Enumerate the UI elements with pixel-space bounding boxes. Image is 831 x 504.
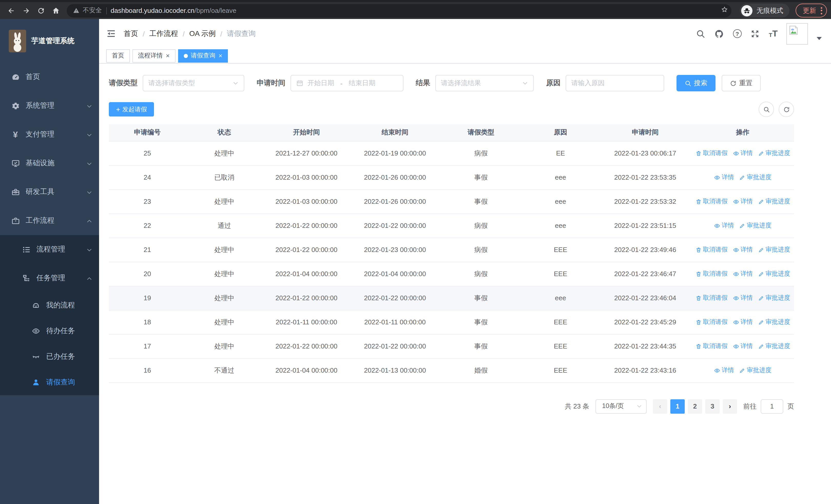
breadcrumb: 首页 / 工作流程 / OA 示例 / 请假查询 [124, 29, 256, 38]
cancel-leave-link[interactable]: 取消请假 [695, 318, 727, 326]
fullscreen-icon[interactable] [750, 29, 760, 38]
cancel-leave-link[interactable]: 取消请假 [695, 342, 727, 351]
date-range-picker[interactable]: 开始日期 - 结束日期 [290, 75, 403, 91]
chevron-down-icon [86, 189, 92, 195]
approval-progress-link[interactable]: 审批进度 [739, 366, 771, 375]
eye-icon [714, 367, 720, 374]
tab-leave-query[interactable]: 请假查询 × [178, 49, 228, 62]
reset-button[interactable]: 重置 [722, 75, 761, 91]
chevron-down-icon [86, 246, 92, 253]
detail-link[interactable]: 详情 [714, 366, 734, 375]
leave-type-select[interactable]: 请选择请假类型 [143, 75, 244, 91]
approval-progress-link[interactable]: 审批进度 [758, 149, 790, 157]
breadcrumb-item[interactable]: 首页 [124, 29, 138, 38]
reload-icon[interactable] [34, 4, 48, 18]
sidebar-item-home[interactable]: 首页 [0, 63, 99, 91]
page-size-select[interactable]: 10条/页 [595, 399, 647, 413]
cancel-leave-link[interactable]: 取消请假 [695, 149, 727, 157]
sidebar-item-infrastructure[interactable]: 基础设施 [0, 149, 99, 178]
detail-link[interactable]: 详情 [733, 149, 753, 157]
bookmark-star-icon[interactable] [721, 6, 728, 16]
date-start-input[interactable]: 开始日期 [308, 79, 334, 88]
goto-unit-label: 页 [787, 402, 794, 411]
close-icon[interactable]: × [166, 52, 170, 59]
date-end-input[interactable]: 结束日期 [349, 79, 375, 88]
approval-progress-link[interactable]: 审批进度 [758, 197, 790, 206]
chevron-down-icon [232, 80, 239, 86]
search-icon[interactable] [696, 29, 706, 38]
help-icon[interactable]: ? [733, 29, 742, 38]
sidebar-item-process-mgmt[interactable]: 流程管理 [0, 235, 99, 264]
sidebar-item-done-tasks[interactable]: 已办任务 [0, 344, 99, 369]
detail-link[interactable]: 详情 [733, 294, 753, 302]
search-button[interactable]: 搜索 [677, 75, 716, 91]
trash-icon [695, 150, 701, 156]
prev-page-button[interactable]: ‹ [653, 399, 667, 413]
detail-link[interactable]: 详情 [733, 197, 753, 206]
home-icon[interactable] [49, 4, 63, 18]
approval-progress-link[interactable]: 审批进度 [739, 173, 771, 182]
cancel-leave-link[interactable]: 取消请假 [695, 269, 727, 278]
sidebar-item-workflow[interactable]: 工作流程 [0, 206, 99, 235]
browser-menu-icon[interactable] [821, 7, 822, 14]
detail-link[interactable]: 详情 [714, 221, 734, 230]
detail-link[interactable]: 详情 [733, 318, 753, 326]
result-select[interactable]: 请选择流结果 [435, 75, 534, 91]
sidebar-item-leave-query[interactable]: 请假查询 [0, 369, 99, 395]
goto-page-input[interactable] [761, 399, 783, 413]
tab-process-detail[interactable]: 流程详情 × [133, 49, 175, 62]
security-chip[interactable]: 不安全 [73, 6, 102, 15]
sidebar-collapse-icon[interactable] [106, 29, 116, 38]
url-bar[interactable]: 不安全 dashboard.yudao.iocoder.cn/bpm/oa/le… [67, 4, 732, 17]
github-icon[interactable] [715, 29, 724, 38]
sidebar-item-dev-tools[interactable]: 研发工具 [0, 178, 99, 206]
sidebar-item-my-process[interactable]: 我的流程 [0, 293, 99, 318]
pen-icon [758, 319, 764, 325]
detail-link[interactable]: 详情 [733, 269, 753, 278]
sidebar-item-todo-tasks[interactable]: 待办任务 [0, 318, 99, 344]
cancel-leave-link[interactable]: 取消请假 [695, 197, 727, 206]
sidebar-item-label: 待办任务 [46, 326, 75, 336]
reason-input[interactable]: 请输入原因 [566, 75, 664, 91]
refresh-table-button[interactable] [779, 101, 794, 117]
forward-icon[interactable] [19, 4, 33, 18]
back-icon[interactable] [4, 4, 18, 18]
detail-link[interactable]: 详情 [733, 342, 753, 351]
screen: 不安全 dashboard.yudao.iocoder.cn/bpm/oa/le… [0, 0, 831, 504]
table-row: 19处理中2022-01-22 00:00:002022-01-22 00:00… [109, 286, 794, 310]
breadcrumb-item[interactable]: OA 示例 [190, 29, 216, 38]
next-page-button[interactable]: › [723, 399, 737, 413]
update-label: 更新 [803, 6, 816, 15]
breadcrumb-separator: / [143, 30, 145, 38]
detail-link[interactable]: 详情 [733, 245, 753, 254]
approval-progress-link[interactable]: 审批进度 [758, 294, 790, 302]
approval-progress-link[interactable]: 审批进度 [739, 221, 771, 230]
col-end-time: 结束时间 [350, 124, 440, 141]
font-size-icon[interactable]: TT [769, 29, 778, 38]
cancel-leave-link[interactable]: 取消请假 [695, 245, 727, 254]
sidebar-item-payment[interactable]: ¥ 支付管理 [0, 120, 99, 149]
caret-down-icon[interactable] [816, 37, 822, 40]
close-icon[interactable]: × [219, 52, 222, 59]
avatar[interactable] [786, 23, 808, 45]
app-logo-row: 芋道管理系统 [0, 19, 99, 63]
page-button-2[interactable]: 2 [688, 399, 702, 413]
plus-icon: + [116, 106, 120, 113]
sidebar-item-task-mgmt[interactable]: 任务管理 [0, 264, 99, 293]
show-search-button[interactable] [758, 101, 774, 117]
breadcrumb-item[interactable]: 工作流程 [149, 29, 178, 38]
sidebar-item-system[interactable]: 系统管理 [0, 91, 99, 120]
approval-progress-link[interactable]: 审批进度 [758, 245, 790, 254]
approval-progress-link[interactable]: 审批进度 [758, 269, 790, 278]
approval-progress-link[interactable]: 审批进度 [758, 342, 790, 351]
detail-link[interactable]: 详情 [714, 173, 734, 182]
page-button-3[interactable]: 3 [705, 399, 720, 413]
create-leave-button[interactable]: + 发起请假 [109, 102, 154, 117]
update-button[interactable]: 更新 [796, 4, 827, 18]
cancel-leave-link[interactable]: 取消请假 [695, 294, 727, 302]
tab-home[interactable]: 首页 [106, 49, 130, 62]
page-button-1[interactable]: 1 [670, 399, 685, 413]
pen-icon [758, 198, 764, 205]
calendar-icon [296, 80, 303, 87]
approval-progress-link[interactable]: 审批进度 [758, 318, 790, 326]
